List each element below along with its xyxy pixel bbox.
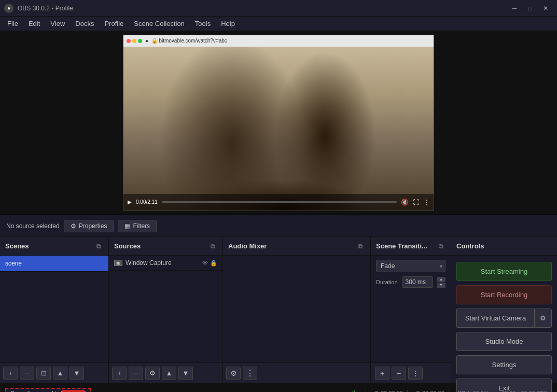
sources-panel-title: Sources bbox=[114, 242, 141, 250]
gear-small-icon: ⚙ bbox=[71, 222, 76, 230]
close-button[interactable]: ✕ bbox=[538, 1, 553, 16]
menu-edit[interactable]: Edit bbox=[23, 18, 45, 30]
controls-panel-header: Controls bbox=[451, 237, 557, 256]
audio-settings-button[interactable]: ⚙ bbox=[226, 367, 241, 380]
cpu-usage: CPU: 33.2% bbox=[457, 390, 489, 392]
fps-display: 60.00 / 60.00 FPS bbox=[502, 390, 548, 392]
preview-area: ● 🔒 bitmovable.com/watch?v=abc ▶ 0:00/2:… bbox=[0, 31, 557, 215]
sources-list: ▣ Window Capture 👁 🔒 bbox=[109, 256, 222, 271]
scene-filter-button[interactable]: ⊡ bbox=[36, 367, 51, 380]
no-source-label: No source selected bbox=[6, 222, 60, 230]
duration-down-button[interactable]: ▼ bbox=[437, 283, 445, 288]
scene-item[interactable]: scene bbox=[0, 256, 108, 272]
play-button[interactable]: ▶ bbox=[128, 199, 132, 205]
volume-segment bbox=[343, 388, 366, 392]
scene-down-button[interactable]: ▼ bbox=[69, 367, 84, 380]
transition-type-wrapper: Fade Cut Swipe Slide Stinger ▾ bbox=[376, 260, 445, 272]
duration-row: Duration ▲ ▼ bbox=[371, 274, 451, 290]
controls-panel-title: Controls bbox=[456, 242, 484, 250]
filter-icon: ▦ bbox=[124, 222, 130, 230]
start-recording-button[interactable]: Start Recording bbox=[456, 285, 552, 304]
settings-button[interactable]: Settings bbox=[456, 355, 552, 374]
window-controls: ─ □ ✕ bbox=[507, 1, 553, 16]
menu-profile[interactable]: Profile bbox=[99, 18, 129, 30]
studio-mode-button[interactable]: Studio Mode bbox=[456, 332, 552, 351]
no-source-bar: No source selected ⚙ Properties ▦ Filter… bbox=[0, 215, 557, 237]
recording-saved-label: Recording saved to ' ' bbox=[5, 388, 91, 392]
menu-view[interactable]: View bbox=[45, 18, 70, 30]
volume-bars bbox=[347, 388, 361, 392]
transition-more-button[interactable]: ⋮ bbox=[408, 367, 423, 380]
maximize-button[interactable]: □ bbox=[523, 1, 537, 16]
sources-panel-maximize[interactable]: ⧉ bbox=[208, 242, 217, 251]
remove-scene-button[interactable]: − bbox=[20, 367, 34, 380]
virtual-camera-settings-button[interactable]: ⚙ bbox=[534, 309, 552, 328]
app-icon: ● bbox=[4, 4, 13, 13]
audio-panel-maximize[interactable]: ⧉ bbox=[356, 242, 365, 251]
source-name: Window Capture bbox=[126, 259, 199, 267]
menu-help[interactable]: Help bbox=[216, 18, 240, 30]
recording-saved-section: Recording saved to ' ' bbox=[5, 388, 339, 392]
transitions-panel-header: Scene Transiti... ⧉ bbox=[371, 237, 451, 256]
preview-titlebar: ● 🔒 bitmovable.com/watch?v=abc bbox=[123, 35, 434, 47]
source-visibility-button[interactable]: 👁 bbox=[202, 260, 208, 267]
preview-content: ▶ 0:00/2:11 🔇 ⛶ ⋮ bbox=[123, 47, 434, 211]
menu-scene-collection[interactable]: Scene Collection bbox=[129, 18, 190, 30]
fullscreen-icon[interactable]: ⛶ bbox=[413, 199, 419, 206]
filters-button[interactable]: ▦ Filters bbox=[118, 220, 157, 232]
virtual-camera-row: Start Virtual Camera ⚙ bbox=[456, 309, 552, 328]
source-item-window-capture[interactable]: ▣ Window Capture 👁 🔒 bbox=[109, 256, 222, 271]
audio-mixer-content bbox=[223, 256, 370, 362]
properties-button[interactable]: ⚙ Properties bbox=[64, 220, 114, 232]
preview-window: ● 🔒 bitmovable.com/watch?v=abc ▶ 0:00/2:… bbox=[123, 35, 434, 211]
sources-panel-footer: + − ⚙ ▲ ▼ bbox=[109, 362, 222, 383]
cpu-segment: CPU: 33.2% bbox=[453, 390, 494, 392]
sources-panel: Sources ⧉ ▣ Window Capture 👁 🔒 + − ⚙ ▲ ▼ bbox=[109, 237, 223, 383]
remove-transition-button[interactable]: − bbox=[392, 367, 406, 380]
add-source-button[interactable]: + bbox=[112, 367, 127, 380]
source-properties-button[interactable]: ⚙ bbox=[145, 367, 160, 380]
audio-panel-title: Audio Mixer bbox=[228, 242, 267, 250]
menu-file[interactable]: File bbox=[2, 18, 23, 30]
audio-more-button[interactable]: ⋮ bbox=[243, 367, 257, 380]
source-down-button[interactable]: ▼ bbox=[178, 367, 193, 380]
scenes-panel-maximize[interactable]: ⧉ bbox=[94, 242, 103, 251]
menu-docks[interactable]: Docks bbox=[70, 18, 99, 30]
controls-panel: Controls Start Streaming Start Recording… bbox=[451, 237, 557, 383]
gear-icon: ⚙ bbox=[540, 314, 546, 322]
audio-panel-footer: ⚙ ⋮ bbox=[223, 362, 370, 383]
browser-url: ● 🔒 bitmovable.com/watch?v=abc bbox=[145, 38, 227, 44]
scenes-panel: Scenes ⧉ scene + − ⊡ ▲ ▼ bbox=[0, 237, 109, 383]
preview-playback-controls[interactable]: ▶ 0:00/2:11 🔇 ⛶ ⋮ bbox=[123, 194, 434, 211]
playback-time: 0:00/2:11 bbox=[136, 199, 158, 205]
streaming-time-segment: 00:00:00 bbox=[370, 390, 408, 392]
source-up-button[interactable]: ▲ bbox=[162, 367, 176, 380]
remove-source-button[interactable]: − bbox=[129, 367, 143, 380]
more-icon[interactable]: ⋮ bbox=[423, 199, 429, 206]
source-lock-button[interactable]: 🔒 bbox=[210, 260, 217, 267]
start-streaming-button[interactable]: Start Streaming bbox=[456, 262, 552, 281]
duration-arrows: ▲ ▼ bbox=[437, 277, 445, 288]
transitions-footer: + − ⋮ bbox=[371, 362, 451, 383]
recording-time: 00:00:00 bbox=[422, 390, 444, 392]
scene-up-button[interactable]: ▲ bbox=[53, 367, 67, 380]
menu-tools[interactable]: Tools bbox=[190, 18, 216, 30]
minimize-button[interactable]: ─ bbox=[507, 1, 522, 16]
progress-bar[interactable] bbox=[162, 201, 397, 203]
transition-type-select[interactable]: Fade Cut Swipe Slide Stinger bbox=[376, 260, 445, 272]
duration-up-button[interactable]: ▲ bbox=[437, 277, 445, 282]
add-scene-button[interactable]: + bbox=[3, 367, 18, 380]
transitions-panel-maximize[interactable]: ⧉ bbox=[437, 242, 445, 251]
panels-container: Scenes ⧉ scene + − ⊡ ▲ ▼ Sources ⧉ ▣ Win… bbox=[0, 237, 557, 384]
window-title: OBS 30.0.2 - Profile: bbox=[18, 5, 507, 12]
window-capture-icon: ▣ bbox=[114, 260, 122, 266]
audio-panel-header: Audio Mixer ⧉ bbox=[223, 237, 370, 256]
titlebar: ● OBS 30.0.2 - Profile: ─ □ ✕ bbox=[0, 0, 557, 17]
video-content bbox=[123, 47, 434, 211]
start-virtual-camera-button[interactable]: Start Virtual Camera bbox=[456, 309, 534, 328]
playback-icons: 🔇 ⛶ ⋮ bbox=[401, 199, 429, 206]
volume-icon[interactable]: 🔇 bbox=[401, 199, 409, 206]
streaming-time: 00:00:00 bbox=[381, 390, 403, 392]
duration-input[interactable] bbox=[402, 276, 433, 288]
add-transition-button[interactable]: + bbox=[375, 367, 389, 380]
